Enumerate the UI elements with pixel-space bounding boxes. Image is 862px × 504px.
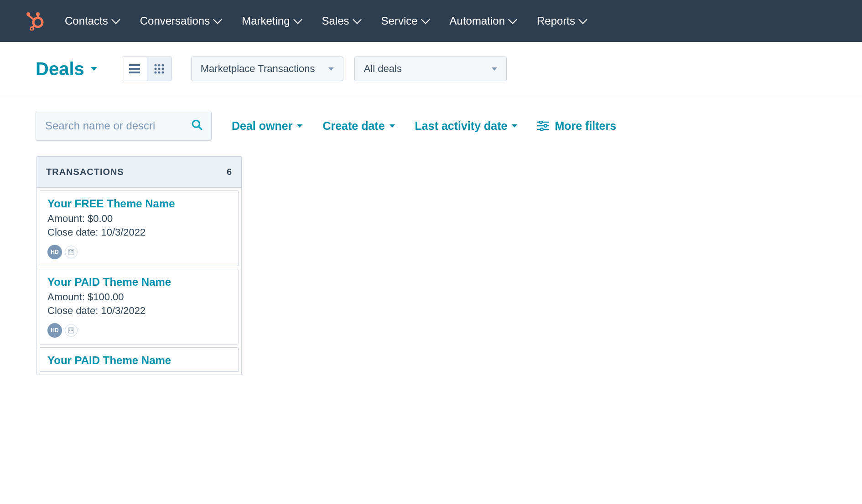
nav-label: Marketing [242,15,290,27]
svg-point-10 [155,64,157,67]
search-input[interactable] [44,119,186,133]
chevron-down-icon [508,15,517,24]
page-title: Deals [36,59,84,79]
svg-point-17 [158,72,161,74]
svg-point-16 [155,72,157,74]
svg-rect-29 [71,250,72,251]
deal-amount: Amount: $0.00 [47,213,231,225]
owner-avatar[interactable]: HD [47,245,62,259]
svg-point-24 [544,124,547,127]
svg-rect-40 [72,330,73,331]
svg-rect-37 [72,329,73,329]
company-icon[interactable] [65,246,78,258]
more-filters-button[interactable]: More filters [537,119,616,133]
column-title: TRANSACTIONS [46,167,124,177]
caret-down-icon [492,67,497,71]
chevron-down-icon [578,15,587,24]
svg-point-12 [162,64,164,67]
filter-last-activity[interactable]: Last activity date [415,119,518,133]
svg-rect-8 [129,68,140,70]
nav-automation[interactable]: Automation [450,15,516,27]
deal-associations: HD [47,323,231,338]
svg-rect-28 [69,250,70,251]
caret-down-icon [297,124,302,128]
nav-service[interactable]: Service [381,15,429,27]
nav-label: Sales [322,15,349,27]
svg-rect-9 [129,72,140,73]
chevron-down-icon [421,15,430,24]
svg-rect-31 [69,252,70,252]
nav-reports[interactable]: Reports [537,15,586,27]
owner-avatar[interactable]: HD [47,323,62,338]
filter-label: Create date [322,119,384,133]
svg-rect-30 [72,250,73,251]
grid-icon [154,64,164,74]
nav-label: Service [381,15,418,27]
caret-down-icon [512,124,517,128]
svg-rect-4 [27,14,35,21]
hubspot-logo[interactable] [26,11,44,31]
nav-contacts[interactable]: Contacts [65,15,119,27]
deal-card[interactable]: Your PAID Theme Name Amount: $100.00 Clo… [40,269,239,345]
nav-label: Conversations [140,15,210,27]
deal-associations: HD [47,245,231,259]
nav-conversations[interactable]: Conversations [140,15,221,27]
saved-view-select[interactable]: All deals [354,57,507,81]
column-count: 6 [227,167,232,177]
svg-point-15 [162,68,164,70]
board-view-button[interactable] [147,57,171,81]
svg-point-13 [155,68,157,70]
deal-title: Your FREE Theme Name [47,197,231,210]
list-icon [129,64,140,73]
svg-rect-32 [71,252,72,252]
chevron-down-icon [293,15,302,24]
svg-rect-2 [37,15,39,19]
page-subheader: Deals Marketplace Transactions All deals [0,42,862,95]
top-navbar: Contacts Conversations Marketing Sales S… [0,0,862,42]
nav-label: Reports [537,15,575,27]
nav-label: Automation [450,15,505,27]
view-toggle [122,57,172,81]
filter-bar: Deal owner Create date Last activity dat… [0,95,862,156]
nav-label: Contacts [65,15,108,27]
svg-point-26 [540,128,543,131]
svg-point-19 [192,120,199,127]
deal-card[interactable]: Your FREE Theme Name Amount: $0.00 Close… [40,190,239,266]
svg-point-14 [158,68,161,70]
sliders-icon [537,121,549,131]
filter-create-date[interactable]: Create date [322,119,395,133]
filter-deal-owner[interactable]: Deal owner [232,119,302,133]
caret-down-icon [389,124,395,128]
page-title-dropdown[interactable]: Deals [36,59,97,79]
search-field[interactable] [36,111,212,141]
view-value: All deals [364,63,402,75]
deal-close-date: Close date: 10/3/2022 [47,226,231,238]
chevron-down-icon [213,15,222,24]
cards-container: Your FREE Theme Name Amount: $0.00 Close… [37,188,241,375]
list-view-button[interactable] [122,57,147,81]
svg-rect-38 [69,330,70,331]
board-column-transactions: TRANSACTIONS 6 Your FREE Theme Name Amou… [36,156,242,375]
svg-rect-7 [129,64,140,66]
svg-rect-35 [69,329,70,329]
svg-point-22 [540,121,542,123]
pipeline-value: Marketplace Transactions [201,63,315,75]
nav-sales[interactable]: Sales [322,15,360,27]
chevron-down-icon [353,15,362,24]
deal-close-date: Close date: 10/3/2022 [47,305,231,317]
deal-title: Your PAID Theme Name [47,354,231,367]
deal-card[interactable]: Your PAID Theme Name [40,347,239,372]
search-icon [191,119,203,133]
caret-down-icon [328,67,334,71]
deal-amount: Amount: $100.00 [47,291,231,303]
nav-marketing[interactable]: Marketing [242,15,301,27]
filter-label: Last activity date [415,119,508,133]
svg-rect-39 [71,330,72,331]
company-icon[interactable] [65,324,78,337]
column-header: TRANSACTIONS 6 [37,157,241,188]
deals-board: TRANSACTIONS 6 Your FREE Theme Name Amou… [0,156,862,375]
more-filters-label: More filters [555,119,616,133]
svg-rect-36 [71,329,72,329]
pipeline-select[interactable]: Marketplace Transactions [191,57,343,81]
deal-title: Your PAID Theme Name [47,276,231,288]
